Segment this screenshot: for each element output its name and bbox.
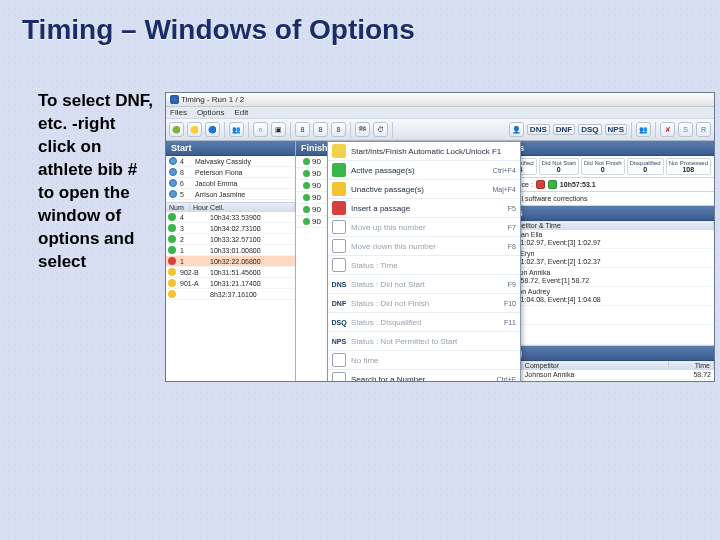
menubar: Files Options Edit	[166, 107, 714, 119]
finish-row[interactable]: 90	[296, 180, 328, 192]
finish-header: Finish	[296, 141, 328, 156]
toolbar-btn-1[interactable]: 🟢	[169, 122, 184, 137]
toolbar-btn-person[interactable]: 👤	[509, 122, 524, 137]
status-text-icon: DNS	[332, 277, 346, 291]
start-athlete-row[interactable]: 5 Arrison Jasmine	[166, 189, 295, 200]
toolbar-btn-users[interactable]: 👥	[229, 122, 244, 137]
time-row[interactable]: 2 10h33:32.57100	[166, 234, 295, 245]
timing-app-window: Timing - Run 1 / 2 Files Options Edit 🟢 …	[165, 92, 715, 382]
status-dot	[303, 194, 310, 201]
context-menu-item[interactable]: Start/Ints/Finish Automatic Lock/Unlock …	[328, 142, 520, 161]
status-dot	[168, 224, 176, 232]
status-dot	[303, 206, 310, 213]
finish-row[interactable]: 90	[296, 168, 328, 180]
menu-edit[interactable]: Edit	[234, 108, 248, 117]
slide-caption: To select DNF, etc. -right click on athl…	[38, 90, 156, 274]
context-menu-item: No time	[328, 351, 520, 370]
time-row[interactable]: 4 10h34:33.53900	[166, 212, 295, 223]
window-title: Timing - Run 1 / 2	[181, 95, 244, 104]
time-row[interactable]: 1 10h33:01.00800	[166, 245, 295, 256]
toolbar-btn-clock[interactable]: ⏱	[373, 122, 388, 137]
status-dot	[168, 235, 176, 243]
person-icon	[169, 168, 177, 176]
finish-row[interactable]: 90	[296, 156, 328, 168]
timing-device-green-box[interactable]	[548, 180, 557, 189]
context-menu-item: Status : Time	[328, 256, 520, 275]
status-text-icon: DNF	[332, 296, 346, 310]
generic-icon	[332, 372, 346, 382]
chip-dsq[interactable]: DSQ	[578, 124, 601, 135]
toolbar-btn-x[interactable]: ✘	[660, 122, 675, 137]
status-text-icon: DSQ	[332, 315, 346, 329]
yellow-dot-icon	[332, 182, 346, 196]
context-menu-item[interactable]: Unactive passage(s)Maj+F4	[328, 180, 520, 199]
inquiry-stat-cell: Not Processed108	[666, 158, 711, 175]
finish-panel: Finish 909090909090	[296, 141, 329, 381]
chip-dnf[interactable]: DNF	[553, 124, 575, 135]
inquiry-stat-cell: Did Not Start0	[539, 158, 579, 175]
toolbar-btn-5[interactable]: ▣	[271, 122, 286, 137]
status-dot	[303, 170, 310, 177]
status-dot	[303, 182, 310, 189]
timing-device-red-box[interactable]	[536, 180, 545, 189]
context-menu-item: Move up this numberF7	[328, 218, 520, 237]
toolbar-btn-s[interactable]: S	[678, 122, 693, 137]
toolbar: 🟢 🟡 🔵 👥 ○ ▣ 8 8 8 🏁 ⏱ 👤 DNS DNF DSQ NPS …	[166, 119, 714, 141]
window-titlebar[interactable]: Timing - Run 1 / 2	[166, 93, 714, 107]
generic-icon	[332, 353, 346, 367]
context-menu-item: DNSStatus : Did not StartF9	[328, 275, 520, 294]
person-icon	[169, 157, 177, 165]
context-menu-item: DNFStatus : Did not FinishF10	[328, 294, 520, 313]
app-icon	[170, 95, 179, 104]
toolbar-btn-r[interactable]: R	[696, 122, 711, 137]
timing-device-time: 10h57:53.1	[560, 181, 596, 188]
context-menu-item: DSQStatus : DisqualifiedF11	[328, 313, 520, 332]
chip-dns[interactable]: DNS	[527, 124, 550, 135]
chip-nps[interactable]: NPS	[605, 124, 627, 135]
person-icon	[169, 179, 177, 187]
start-header: Start	[166, 141, 295, 156]
toolbar-btn-2[interactable]: 🟡	[187, 122, 202, 137]
toolbar-btn-flag[interactable]: 🏁	[355, 122, 370, 137]
context-menu-item[interactable]: Search for a NumberCtrl+F	[328, 370, 520, 382]
menu-options[interactable]: Options	[197, 108, 225, 117]
green-dot-icon	[332, 163, 346, 177]
toolbar-btn-heads[interactable]: 👥	[636, 122, 651, 137]
time-row[interactable]: 3 10h34:02.73100	[166, 223, 295, 234]
time-row[interactable]: 901-A 10h31:21.17400	[166, 278, 295, 289]
start-athlete-row[interactable]: 4 Malvasky Cassidy	[166, 156, 295, 167]
generic-icon	[332, 239, 346, 253]
finish-row[interactable]: 90	[296, 204, 328, 216]
toolbar-btn-8[interactable]: 8	[331, 122, 346, 137]
status-dot	[168, 268, 176, 276]
generic-icon	[332, 258, 346, 272]
toolbar-btn-7[interactable]: 8	[313, 122, 328, 137]
toolbar-btn-3[interactable]: 🔵	[205, 122, 220, 137]
time-row[interactable]: 902-B 10h31:51.45600	[166, 267, 295, 278]
status-dot	[168, 279, 176, 287]
inquiry-stat-cell: Disqualified0	[627, 158, 664, 175]
time-row[interactable]: 1 10h32:22.06800	[166, 256, 295, 267]
time-row[interactable]: 8h32:37.16100	[166, 289, 295, 300]
context-menu-item[interactable]: Active passage(s)Ctrl+F4	[328, 161, 520, 180]
red-dot-icon	[332, 201, 346, 215]
context-menu-item: Move down this numberF8	[328, 237, 520, 256]
context-menu-item[interactable]: Insert a passageF5	[328, 199, 520, 218]
start-grid-header: Num Hour Cell.	[166, 203, 295, 212]
start-athlete-row[interactable]: 6 Jacobi Emma	[166, 178, 295, 189]
finish-row[interactable]: 90	[296, 192, 328, 204]
lock-icon	[332, 144, 346, 158]
inquiry-stat-cell: Did Not Finish0	[581, 158, 625, 175]
generic-icon	[332, 220, 346, 234]
toolbar-btn-4[interactable]: ○	[253, 122, 268, 137]
start-athlete-row[interactable]: 8 Peterson Fiona	[166, 167, 295, 178]
status-dot	[168, 257, 176, 265]
finish-row[interactable]: 90	[296, 216, 328, 228]
context-menu[interactable]: Start/Ints/Finish Automatic Lock/Unlock …	[327, 141, 521, 382]
person-icon	[169, 190, 177, 198]
status-dot	[168, 290, 176, 298]
toolbar-btn-6[interactable]: 8	[295, 122, 310, 137]
status-dot	[303, 158, 310, 165]
status-dot	[168, 213, 176, 221]
menu-files[interactable]: Files	[170, 108, 187, 117]
